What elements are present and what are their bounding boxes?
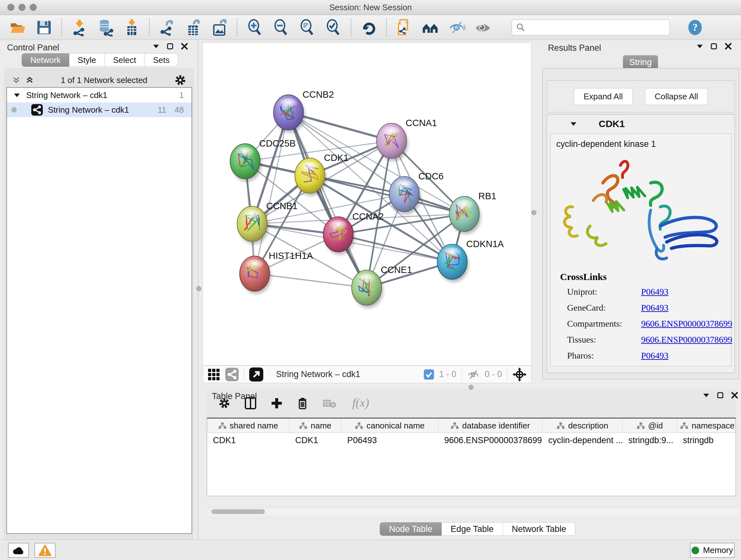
create-column-icon[interactable] (271, 397, 283, 409)
table-row[interactable]: CDK1CDK1P064939606.ENSP00000378699cyclin… (207, 433, 736, 448)
toolbar-separator (149, 18, 150, 37)
table-cell[interactable]: 9606.ENSP00000378699 (439, 435, 542, 445)
save-session-icon[interactable] (35, 18, 53, 37)
network-manager-header: 1 of 1 Network selected (4, 74, 194, 86)
table-panel-window-buttons (703, 391, 738, 399)
expand-all-button[interactable]: Expand All (574, 88, 633, 105)
network-options-gear-icon[interactable] (174, 74, 186, 86)
column-header-shared-name[interactable]: shared name (207, 419, 289, 433)
close-icon[interactable] (724, 43, 732, 50)
import-database-icon[interactable]: > (97, 18, 115, 37)
svg-text:CCNA2: CCNA2 (352, 211, 384, 222)
crosslink-value-link[interactable]: 9606.ENSP00000378699 (641, 319, 732, 329)
export-network-icon[interactable] (158, 18, 176, 37)
memory-button[interactable]: Memory (690, 543, 735, 558)
collapse-all-networks-icon[interactable] (25, 76, 34, 84)
collapse-all-button[interactable]: Collapse All (645, 88, 708, 105)
window-minimize-button[interactable] (18, 4, 25, 11)
window-close-button[interactable] (7, 4, 14, 11)
crosslink-value-link[interactable]: P06493 (641, 287, 669, 297)
collapse-icon[interactable] (696, 44, 703, 49)
column-header-database-identifier[interactable]: database identifier (439, 419, 542, 433)
duplicate-network-icon[interactable] (395, 18, 413, 37)
show-all-icon[interactable] (474, 18, 492, 37)
cloud-button[interactable] (8, 543, 29, 558)
open-in-window-icon[interactable] (249, 368, 263, 381)
table-cell[interactable]: CDK1 (289, 435, 341, 445)
close-icon[interactable] (181, 43, 188, 50)
tab-sets[interactable]: Sets (145, 53, 178, 67)
zoom-out-icon[interactable] (272, 18, 290, 37)
hidden-eye-icon[interactable] (467, 369, 480, 380)
table-cell[interactable]: P06493 (341, 435, 439, 445)
crosslink-value-link[interactable]: P06493 (641, 351, 669, 361)
close-icon[interactable] (731, 391, 738, 399)
crosslink-value-link[interactable]: P06493 (641, 303, 669, 313)
tab-network[interactable]: Network (22, 53, 69, 67)
horizontal-splitter-handle[interactable] (468, 385, 474, 390)
fit-crosshair-icon[interactable] (513, 368, 527, 381)
column-header-canonical-name[interactable]: canonical name (341, 419, 439, 433)
open-session-icon[interactable] (9, 18, 27, 37)
column-header-namespace[interactable]: namespace (677, 419, 736, 433)
table-cell[interactable]: cyclin-dependent ... (542, 435, 623, 445)
protein-section-header[interactable]: CDK1 (547, 115, 735, 133)
first-neighbors-icon[interactable] (421, 18, 440, 37)
table-toolbar: f(x) (207, 389, 736, 418)
table-cell[interactable]: CDK1 (207, 435, 289, 445)
export-table-icon[interactable] (185, 18, 202, 37)
birdseye-grid-icon[interactable] (207, 368, 220, 381)
scrollbar-thumb[interactable] (211, 509, 265, 514)
tab-string[interactable]: String (623, 55, 658, 69)
hide-selected-icon[interactable] (448, 18, 466, 37)
table-cell[interactable]: stringdb:9... (623, 435, 677, 445)
collapse-icon[interactable] (703, 393, 710, 398)
float-icon[interactable] (717, 392, 724, 399)
tab-style[interactable]: Style (69, 53, 105, 67)
network-share-icon[interactable] (225, 368, 239, 381)
tab-network-table[interactable]: Network Table (503, 522, 576, 536)
tab-select[interactable]: Select (105, 53, 145, 67)
tree-expand-icon[interactable] (13, 92, 20, 98)
import-network-icon[interactable] (71, 18, 88, 37)
table-tabs: Node TableEdge TableNetwork Table (380, 522, 576, 536)
delete-column-icon[interactable] (297, 396, 308, 410)
vertical-splitter-handle[interactable] (196, 286, 201, 291)
search-box[interactable] (512, 19, 670, 36)
node-table[interactable]: shared namenamecanonical namedatabase id… (207, 418, 736, 496)
warnings-button[interactable] (35, 543, 56, 558)
vertical-splitter-handle[interactable] (531, 210, 536, 215)
selected-checkbox-icon[interactable] (424, 369, 434, 380)
help-button[interactable]: ? (688, 19, 702, 36)
zoom-selected-icon[interactable] (325, 18, 342, 37)
string-network-graph[interactable]: CCNB2CCNA1CDC25BCDK1CDC6RB1CCNB1CCNA2CDK… (203, 43, 531, 365)
control-panel-title: Control Panel (7, 43, 59, 53)
export-image-icon[interactable] (211, 18, 228, 37)
tab-node-table[interactable]: Node Table (380, 522, 442, 536)
column-header-@id[interactable]: @id (623, 419, 677, 433)
search-input[interactable] (529, 22, 666, 33)
crosslink-value-link[interactable]: 9606.ENSP00000378699 (641, 334, 732, 345)
zoom-in-icon[interactable] (246, 18, 264, 37)
zoom-fit-icon[interactable] (298, 18, 316, 37)
network-canvas[interactable]: CCNB2CCNA1CDC25BCDK1CDC6RB1CCNB1CCNA2CDK… (203, 43, 531, 366)
network-row-selected[interactable]: String Network – cdk1 11 48 (7, 103, 192, 117)
column-header-name[interactable]: name (289, 419, 341, 433)
import-table-icon[interactable] (123, 18, 141, 37)
float-icon[interactable] (166, 43, 174, 50)
refresh-icon[interactable] (360, 18, 378, 37)
network-view-panel: CCNB2CCNA1CDC25BCDK1CDC6RB1CCNB1CCNA2CDK… (203, 40, 531, 383)
svg-text:CDC6: CDC6 (418, 171, 444, 181)
column-header-description[interactable]: description (542, 419, 623, 433)
control-panel-tabs: NetworkStyleSelectSets (22, 53, 178, 67)
table-cell[interactable]: stringdb (677, 435, 736, 445)
network-collection-row[interactable]: String Network – cdk1 1 (7, 88, 192, 103)
table-horizontal-scrollbar[interactable] (209, 508, 738, 516)
tab-edge-table[interactable]: Edge Table (442, 522, 503, 536)
expand-all-networks-icon[interactable] (12, 76, 20, 84)
float-icon[interactable] (711, 43, 718, 50)
section-collapse-icon[interactable] (570, 121, 577, 126)
collapse-icon[interactable] (152, 44, 159, 49)
window-zoom-button[interactable] (30, 4, 37, 11)
results-buttons-box: Expand All Collapse All (547, 80, 735, 112)
